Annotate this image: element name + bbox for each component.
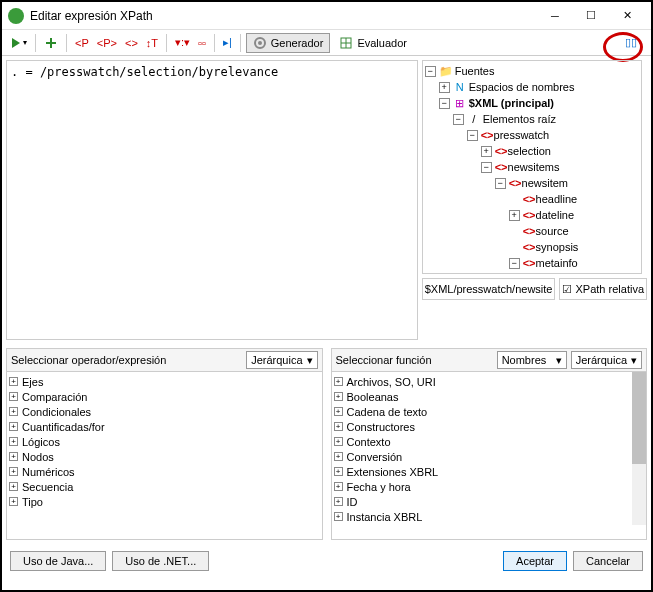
expand-toggle[interactable]: + (334, 407, 343, 416)
expand-toggle[interactable]: − (425, 66, 436, 77)
xpath-editor[interactable]: . = /presswatch/selection/byrelevance (6, 60, 418, 340)
tree-node-fuentes[interactable]: Fuentes (455, 65, 495, 77)
expand-toggle[interactable]: + (334, 497, 343, 506)
list-item[interactable]: Cuantificadas/for (22, 421, 105, 433)
list-item[interactable]: Archivos, SO, URI (347, 376, 436, 388)
list-item[interactable]: Instancia XBRL (347, 511, 423, 523)
operators-list[interactable]: +Ejes +Comparación +Condicionales +Cuant… (7, 372, 322, 539)
filter-tool-2[interactable]: ▫▫ (195, 35, 209, 51)
expand-toggle[interactable]: + (9, 497, 18, 506)
close-button[interactable]: ✕ (609, 3, 645, 29)
expand-toggle[interactable]: + (334, 512, 343, 521)
path-text: $XML/presswatch/newsite (425, 283, 553, 295)
expand-toggle[interactable]: − (495, 178, 506, 189)
title-bar: Editar expresión XPath ─ ☐ ✕ (2, 2, 651, 30)
xpath-tool-2[interactable]: <P> (94, 35, 120, 51)
expand-toggle[interactable]: + (334, 452, 343, 461)
expand-toggle[interactable]: + (334, 392, 343, 401)
list-item[interactable]: Numéricos (22, 466, 75, 478)
expand-toggle[interactable]: − (467, 130, 478, 141)
tree-status-bar: $XML/presswatch/newsite ☑ XPath relativa (422, 278, 647, 300)
tree-node-dateline[interactable]: dateline (536, 209, 575, 221)
tree-node-xml[interactable]: $XML (principal) (469, 97, 554, 109)
tree-node-roots[interactable]: Elementos raíz (483, 113, 556, 125)
relative-xpath-checkbox[interactable]: ☑ XPath relativa (559, 278, 647, 300)
list-item[interactable]: Ejes (22, 376, 43, 388)
tab-generator[interactable]: Generador (246, 33, 331, 53)
expand-toggle[interactable]: + (9, 377, 18, 386)
tree-node-metainfo[interactable]: metainfo (536, 257, 578, 269)
list-item[interactable]: Condicionales (22, 406, 91, 418)
mode-button[interactable] (41, 34, 61, 52)
panel-toggle-button[interactable]: ▯▯⬝ (622, 34, 647, 51)
step-button[interactable]: ▸| (220, 34, 235, 51)
list-item[interactable]: Conversión (347, 451, 403, 463)
minimize-button[interactable]: ─ (537, 3, 573, 29)
tree-node-headline[interactable]: headline (536, 193, 578, 205)
tree-node-newsitems[interactable]: newsitems (508, 161, 560, 173)
list-item[interactable]: Contexto (347, 436, 391, 448)
expand-toggle[interactable]: + (9, 422, 18, 431)
xpath-tool-3[interactable]: <> (122, 35, 141, 51)
accept-button[interactable]: Aceptar (503, 551, 567, 571)
element-icon: <> (495, 161, 508, 173)
functions-list[interactable]: +Archivos, SO, URI +Booleanas +Cadena de… (332, 372, 647, 539)
expand-toggle[interactable]: − (439, 98, 450, 109)
java-usage-button[interactable]: Uso de Java... (10, 551, 106, 571)
list-item[interactable]: Lógicos (22, 436, 60, 448)
list-item[interactable]: Comparación (22, 391, 87, 403)
functions-view-combo[interactable]: Jerárquica▾ (571, 351, 642, 369)
expand-toggle[interactable]: + (334, 422, 343, 431)
scrollbar[interactable] (632, 372, 646, 525)
path-display: $XML/presswatch/newsite (422, 278, 556, 300)
expand-toggle[interactable]: + (9, 437, 18, 446)
chevron-down-icon: ▾ (307, 354, 313, 367)
element-icon: <> (495, 145, 508, 157)
expand-toggle[interactable]: + (9, 482, 18, 491)
expand-toggle[interactable]: + (439, 82, 450, 93)
expand-toggle[interactable]: + (9, 467, 18, 476)
tree-node-namespaces[interactable]: Espacios de nombres (469, 81, 575, 93)
tree-node-selection[interactable]: selection (508, 145, 551, 157)
filter-tool-1[interactable]: ▾:▾ (172, 34, 193, 51)
xpath-tool-4[interactable]: ↕T (143, 35, 161, 51)
maximize-button[interactable]: ☐ (573, 3, 609, 29)
net-usage-button[interactable]: Uso de .NET... (112, 551, 209, 571)
list-item[interactable]: Fecha y hora (347, 481, 411, 493)
tab-evaluator[interactable]: Evaluador (332, 33, 414, 53)
list-item[interactable]: Extensiones XBRL (347, 466, 439, 478)
run-button[interactable]: ▾ (6, 34, 30, 52)
xpath-tool-1[interactable]: <P (72, 35, 92, 51)
element-icon: <> (523, 193, 536, 205)
expand-toggle[interactable]: + (9, 452, 18, 461)
list-item[interactable]: Booleanas (347, 391, 399, 403)
expand-toggle[interactable]: − (453, 114, 464, 125)
expand-toggle[interactable]: + (9, 407, 18, 416)
functions-names-combo[interactable]: Nombres▾ (497, 351, 567, 369)
expand-toggle[interactable]: + (334, 377, 343, 386)
expand-toggle[interactable]: − (509, 258, 520, 269)
relative-label: XPath relativa (576, 283, 644, 295)
expand-toggle[interactable]: − (481, 162, 492, 173)
list-item[interactable]: Nodos (22, 451, 54, 463)
tree-node-presswatch[interactable]: presswatch (494, 129, 550, 141)
list-item[interactable]: Constructores (347, 421, 415, 433)
tree-node-newsitem[interactable]: newsitem (522, 177, 568, 189)
list-item[interactable]: Secuencia (22, 481, 73, 493)
cancel-button[interactable]: Cancelar (573, 551, 643, 571)
expand-toggle[interactable]: + (9, 392, 18, 401)
element-icon: <> (523, 241, 536, 253)
expand-toggle[interactable]: + (334, 437, 343, 446)
scrollbar-thumb[interactable] (632, 372, 646, 464)
list-item[interactable]: ID (347, 496, 358, 508)
expand-toggle[interactable]: + (334, 467, 343, 476)
operators-view-combo[interactable]: Jerárquica▾ (246, 351, 317, 369)
list-item[interactable]: Tipo (22, 496, 43, 508)
expand-toggle[interactable]: + (334, 482, 343, 491)
expand-toggle[interactable]: + (509, 210, 520, 221)
tree-node-source[interactable]: source (536, 225, 569, 237)
expand-toggle[interactable]: + (481, 146, 492, 157)
sources-tree[interactable]: −📁Fuentes +NEspacios de nombres −⊞$XML (… (422, 60, 642, 274)
tree-node-synopsis[interactable]: synopsis (536, 241, 579, 253)
list-item[interactable]: Cadena de texto (347, 406, 428, 418)
